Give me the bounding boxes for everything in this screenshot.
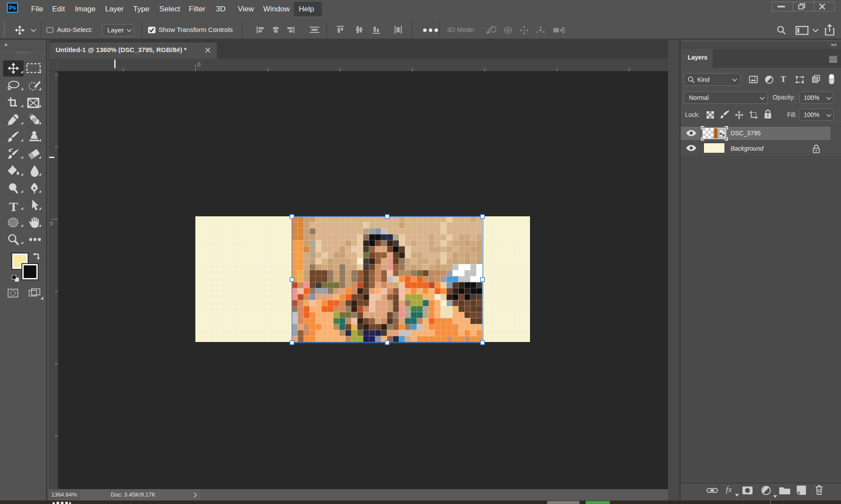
svg-text:0: 0 (50, 221, 53, 227)
svg-text:0: 0 (198, 62, 201, 68)
